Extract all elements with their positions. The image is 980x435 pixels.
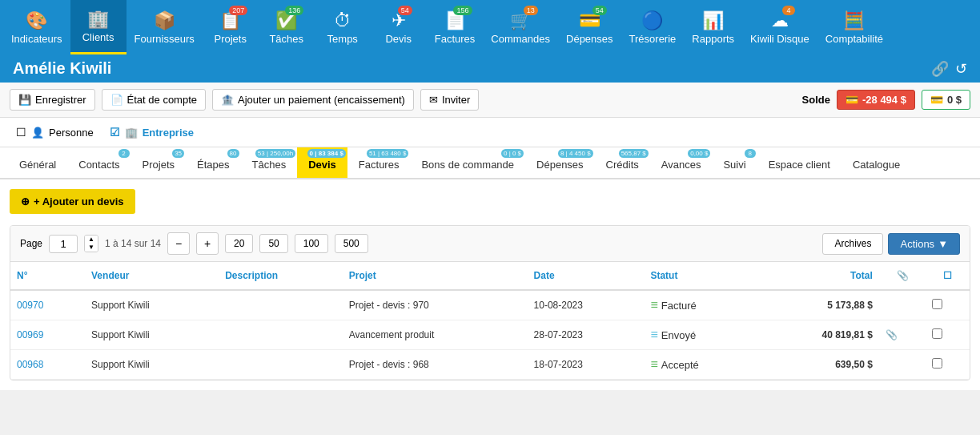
per-page-500[interactable]: 500 (335, 234, 368, 253)
cell-checkbox[interactable] (926, 290, 970, 320)
row-checkbox[interactable] (932, 299, 942, 309)
nav-item-clients[interactable]: 🏢 Clients (70, 0, 127, 54)
tab-suivi[interactable]: 8 Suivi (712, 147, 757, 178)
nav-item-commandes[interactable]: 🛒 13 Commandes (483, 0, 558, 54)
col-header-statut: Statut (644, 262, 759, 290)
nav-label-tresorerie: Trésorerie (629, 33, 677, 45)
page-down-button[interactable]: ▼ (85, 244, 98, 252)
table-row: 00970 Support Kiwili Projet - devis : 97… (10, 290, 970, 320)
nav-item-fournisseurs[interactable]: 📦 Fournisseurs (127, 0, 203, 54)
nav-label-fournisseurs: Fournisseurs (135, 33, 195, 45)
actions-button[interactable]: Actions ▼ (888, 233, 960, 255)
nav-item-taches[interactable]: ✅ 136 Tâches (259, 0, 315, 54)
depenses-badge: 54 (592, 6, 607, 15)
next-page-button[interactable]: + (196, 232, 219, 255)
page-number-input[interactable] (49, 235, 78, 253)
per-page-100[interactable]: 100 (295, 234, 328, 253)
nav-label-rapports: Rapports (692, 33, 734, 45)
enregistrer-button[interactable]: 💾 Enregistrer (10, 89, 95, 111)
nav-item-depenses[interactable]: 💳 54 Dépenses (558, 0, 621, 54)
col-header-total: Total (759, 262, 879, 290)
tab-factures[interactable]: 51 | 63 480 $ Factures (347, 147, 411, 178)
cell-checkbox[interactable] (926, 350, 970, 380)
devis-badge: 54 (398, 6, 412, 15)
cell-total: 40 819,81 $ (759, 320, 879, 350)
nav-item-temps[interactable]: ⏱ Temps (315, 0, 371, 54)
table-header-row: N° Vendeur Description Projet Date Statu… (10, 262, 970, 290)
col-header-description: Description (219, 262, 343, 290)
clients-icon: 🏢 (87, 9, 109, 30)
factures-badge: 156 (453, 6, 472, 15)
tabs-bar: Général 2 Contacts 35 Projets 80 Étapes … (0, 147, 980, 179)
cell-date: 28-07-2023 (528, 320, 645, 350)
tab-contacts[interactable]: 2 Contacts (67, 147, 131, 178)
entreprise-option[interactable]: ☑ 🏢 Entreprise (110, 126, 194, 139)
tab-depenses[interactable]: 8 | 4 450 $ Dépenses (525, 147, 595, 178)
history-icon[interactable]: ↺ (955, 60, 967, 78)
nav-item-factures[interactable]: 📄 156 Factures (427, 0, 484, 54)
tab-etapes[interactable]: 80 Étapes (186, 147, 240, 178)
per-page-50[interactable]: 50 (259, 234, 287, 253)
page-up-button[interactable]: ▲ (85, 236, 98, 244)
nav-item-comptabilite[interactable]: 🧮 Comptabilité (817, 0, 891, 54)
nav-item-projets[interactable]: 📋 207 Projets (203, 0, 259, 54)
table-toolbar: Page ▲ ▼ 1 à 14 sur 14 − + 20 50 100 500… (10, 226, 970, 262)
status-label: Envoyé (661, 329, 696, 341)
entreprise-checkbox[interactable]: ☑ (110, 126, 120, 139)
solde-value: 💳 -28 494 $ (837, 90, 915, 110)
cell-description (219, 350, 343, 380)
tresorerie-icon: 🔵 (641, 10, 663, 31)
personne-icon: 👤 (31, 127, 44, 139)
add-devis-button[interactable]: ⊕ + Ajouter un devis (10, 189, 135, 214)
indicateurs-icon: 🎨 (26, 10, 47, 31)
cell-description (219, 290, 343, 320)
suivi-badge: 8 (745, 149, 756, 158)
tab-bons-de-commande[interactable]: 0 | 0 $ Bons de commande (410, 147, 525, 178)
archives-button[interactable]: Archives (822, 233, 883, 255)
etat-compte-button[interactable]: 📄 État de compte (102, 89, 206, 111)
col-header-numero: N° (10, 262, 85, 290)
actions-dropdown-icon: ▼ (938, 238, 948, 250)
cell-checkbox[interactable] (926, 320, 970, 350)
nav-label-temps: Temps (327, 33, 358, 45)
per-page-20[interactable]: 20 (225, 234, 253, 253)
tab-espace-client[interactable]: Espace client (757, 152, 841, 178)
taches-icon: ✅ 136 (275, 10, 297, 31)
status-label: Facturé (661, 300, 697, 312)
nav-label-factures: Factures (435, 33, 476, 45)
tab-projets[interactable]: 35 Projets (131, 147, 186, 178)
prev-page-button[interactable]: − (167, 232, 190, 255)
cell-projet: Avancement produit (343, 320, 528, 350)
nav-item-tresorerie[interactable]: 🔵 Trésorerie (621, 0, 685, 54)
tab-credits[interactable]: 565,87 $ Crédits (595, 147, 650, 178)
save-icon: 💾 (18, 94, 31, 106)
cell-date: 10-08-2023 (528, 290, 645, 320)
row-checkbox[interactable] (932, 358, 942, 369)
row-checkbox[interactable] (932, 328, 942, 339)
link-icon[interactable]: 🔗 (931, 60, 949, 78)
fournisseurs-icon: 📦 (154, 10, 175, 31)
nav-label-clients: Clients (82, 31, 114, 43)
nav-label-commandes: Commandes (491, 33, 550, 45)
nav-item-rapports[interactable]: 📊 Rapports (684, 0, 742, 54)
ajouter-paiement-button[interactable]: 🏦 Ajouter un paiement (encaissement) (212, 89, 414, 111)
nav-item-devis[interactable]: ✈ 54 Devis (371, 0, 427, 54)
nav-label-projets: Projets (215, 33, 247, 45)
personne-option[interactable]: ☐ 👤 Personne (16, 126, 94, 139)
header-icons: 🔗 ↺ (931, 60, 967, 78)
main-content: ⊕ + Ajouter un devis Page ▲ ▼ 1 à 14 sur… (0, 179, 980, 390)
nav-item-indicateurs[interactable]: 🎨 Indicateurs (3, 0, 70, 54)
tab-general[interactable]: Général (8, 152, 67, 178)
credits-badge: 565,87 $ (619, 149, 649, 158)
tab-taches[interactable]: 53 | 250,00h Tâches (241, 147, 298, 178)
tab-avances[interactable]: 0,00 $ Avances (650, 147, 713, 178)
entity-selector: ☐ 👤 Personne ☑ 🏢 Entreprise (0, 118, 980, 147)
solde-zero: 💳 0 $ (922, 90, 970, 110)
tab-catalogue[interactable]: Catalogue (841, 152, 911, 178)
personne-checkbox[interactable]: ☐ (16, 126, 26, 139)
factures-icon: 📄 156 (444, 10, 466, 31)
inviter-button[interactable]: ✉ Inviter (420, 89, 479, 111)
contacts-badge: 2 (118, 149, 130, 158)
tab-devis[interactable]: 0 | 83 384 $ Devis (297, 147, 347, 178)
nav-item-kiwili-disque[interactable]: ☁ 4 Kiwili Disque (742, 0, 817, 54)
